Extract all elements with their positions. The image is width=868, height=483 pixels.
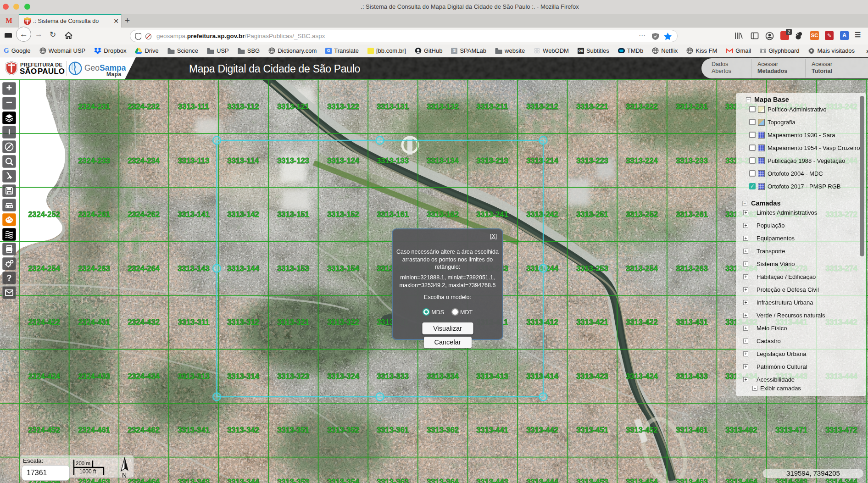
svg-text:2324-261: 2324-261 bbox=[78, 210, 110, 218]
svg-text:3313-314: 3313-314 bbox=[227, 372, 260, 380]
svg-text:3313-342: 3313-342 bbox=[227, 426, 259, 434]
svg-text:3313-144: 3313-144 bbox=[227, 264, 260, 272]
svg-text:2324-231: 2324-231 bbox=[78, 102, 110, 111]
svg-text:3313-254: 3313-254 bbox=[626, 264, 658, 272]
svg-text:3313-241: 3313-241 bbox=[476, 210, 508, 218]
svg-text:3313-162: 3313-162 bbox=[427, 210, 459, 218]
svg-text:2324-263: 2324-263 bbox=[78, 264, 110, 272]
svg-text:3313-153: 3313-153 bbox=[277, 264, 309, 272]
svg-text:2324-434: 2324-434 bbox=[128, 372, 160, 380]
svg-text:3313-252: 3313-252 bbox=[626, 210, 658, 218]
svg-text:2324-254: 2324-254 bbox=[28, 264, 61, 272]
svg-text:N: N bbox=[122, 472, 127, 479]
svg-text:3313-461: 3313-461 bbox=[676, 426, 708, 434]
svg-text:3313-112: 3313-112 bbox=[228, 102, 259, 111]
svg-text:3313-353: 3313-353 bbox=[277, 477, 309, 483]
svg-text:2324-232: 2324-232 bbox=[128, 102, 160, 111]
svg-text:3313-431: 3313-431 bbox=[676, 318, 708, 326]
svg-text:2324-432: 2324-432 bbox=[128, 318, 160, 326]
svg-text:3313-311: 3313-311 bbox=[178, 318, 210, 326]
svg-text:2324-462: 2324-462 bbox=[128, 426, 160, 434]
svg-text:3313-424: 3313-424 bbox=[626, 372, 658, 380]
svg-text:3313-352: 3313-352 bbox=[327, 426, 359, 434]
svg-text:3313-442: 3313-442 bbox=[526, 426, 558, 434]
svg-text:3313-322: 3313-322 bbox=[327, 318, 359, 326]
svg-text:3313-452: 3313-452 bbox=[626, 426, 658, 434]
svg-text:3313-224: 3313-224 bbox=[626, 156, 658, 165]
svg-text:3313-233: 3313-233 bbox=[676, 156, 708, 165]
svg-text:3313-414: 3313-414 bbox=[526, 372, 559, 380]
svg-text:3313-123: 3313-123 bbox=[277, 156, 309, 165]
svg-text:3313-122: 3313-122 bbox=[327, 102, 359, 111]
svg-text:3313-143: 3313-143 bbox=[178, 264, 210, 272]
svg-text:2324-233: 2324-233 bbox=[78, 156, 110, 165]
svg-text:3313-433: 3313-433 bbox=[676, 372, 708, 380]
svg-text:3313-124: 3313-124 bbox=[327, 156, 360, 165]
svg-text:3313-114: 3313-114 bbox=[228, 156, 260, 165]
svg-text:3313-161: 3313-161 bbox=[377, 210, 409, 218]
svg-text:3313-462: 3313-462 bbox=[725, 426, 757, 434]
svg-text:3313-131: 3313-131 bbox=[377, 102, 409, 111]
svg-text:3313-443: 3313-443 bbox=[476, 477, 508, 483]
svg-text:3313-334: 3313-334 bbox=[427, 372, 459, 380]
svg-text:3313-422: 3313-422 bbox=[626, 318, 658, 326]
svg-text:2324-264: 2324-264 bbox=[128, 264, 160, 272]
svg-text:3313-323: 3313-323 bbox=[277, 372, 309, 380]
svg-text:3313-213: 3313-213 bbox=[476, 156, 508, 165]
svg-text:3313-333: 3313-333 bbox=[377, 372, 409, 380]
svg-text:3313-351: 3313-351 bbox=[277, 426, 309, 434]
svg-text:2324-433: 2324-433 bbox=[78, 372, 110, 380]
svg-text:3313-472: 3313-472 bbox=[825, 426, 857, 434]
svg-text:3313-412: 3313-412 bbox=[526, 318, 558, 326]
svg-text:3313-354: 3313-354 bbox=[327, 477, 360, 483]
svg-text:3313-364: 3313-364 bbox=[427, 477, 459, 483]
svg-text:2324-424: 2324-424 bbox=[28, 372, 61, 380]
svg-text:2324-461: 2324-461 bbox=[78, 426, 110, 434]
svg-text:3313-121: 3313-121 bbox=[277, 102, 309, 111]
svg-text:3313-341: 3313-341 bbox=[178, 426, 210, 434]
svg-text:3313-362: 3313-362 bbox=[427, 426, 459, 434]
svg-text:200 m: 200 m bbox=[76, 461, 90, 466]
svg-text:3313-222: 3313-222 bbox=[626, 102, 658, 111]
svg-text:3313-463: 3313-463 bbox=[676, 477, 708, 483]
svg-text:3314-344: 3314-344 bbox=[825, 477, 858, 483]
svg-text:3313-152: 3313-152 bbox=[327, 210, 359, 218]
svg-text:1000 ft: 1000 ft bbox=[79, 468, 96, 475]
svg-text:2324-452: 2324-452 bbox=[28, 426, 60, 434]
svg-text:3313-242: 3313-242 bbox=[526, 210, 558, 218]
svg-text:3313-451: 3313-451 bbox=[576, 426, 608, 434]
svg-text:3313-251: 3313-251 bbox=[576, 210, 608, 218]
svg-text:3313-471: 3313-471 bbox=[775, 426, 807, 434]
svg-text:3313-113: 3313-113 bbox=[178, 156, 210, 165]
svg-text:3313-421: 3313-421 bbox=[576, 318, 608, 326]
svg-text:3313-134: 3313-134 bbox=[427, 156, 459, 165]
svg-text:2324-431: 2324-431 bbox=[78, 318, 110, 326]
svg-text:3313-313: 3313-313 bbox=[178, 372, 210, 380]
svg-text:3313-223: 3313-223 bbox=[576, 156, 608, 165]
svg-text:3313-324: 3313-324 bbox=[327, 372, 360, 380]
svg-text:3313-441: 3313-441 bbox=[476, 426, 508, 434]
svg-text:3313-361: 3313-361 bbox=[377, 426, 409, 434]
svg-text:3313-464: 3313-464 bbox=[725, 477, 758, 483]
svg-text:3313-363: 3313-363 bbox=[377, 477, 409, 483]
svg-text:3313-453: 3313-453 bbox=[576, 477, 608, 483]
svg-text:3313-263: 3313-263 bbox=[676, 264, 708, 272]
svg-text:2324-234: 2324-234 bbox=[128, 156, 160, 165]
svg-text:2324-262: 2324-262 bbox=[128, 210, 160, 218]
svg-text:3313-444: 3313-444 bbox=[526, 477, 559, 483]
svg-text:3313-132: 3313-132 bbox=[427, 102, 459, 111]
svg-text:3313-344: 3313-344 bbox=[227, 477, 260, 483]
svg-text:2324-422: 2324-422 bbox=[28, 318, 60, 326]
svg-text:3313-211: 3313-211 bbox=[477, 102, 508, 111]
svg-text:3313-321: 3313-321 bbox=[277, 318, 309, 326]
svg-text:3313-214: 3313-214 bbox=[526, 156, 559, 165]
svg-text:3313-142: 3313-142 bbox=[227, 210, 259, 218]
svg-text:3313-413: 3313-413 bbox=[476, 372, 508, 380]
svg-text:3313-151: 3313-151 bbox=[277, 210, 309, 218]
svg-text:3313-423: 3313-423 bbox=[576, 372, 608, 380]
svg-text:3313-212: 3313-212 bbox=[526, 102, 558, 111]
svg-text:3313-133: 3313-133 bbox=[377, 156, 409, 165]
svg-text:3313-253: 3313-253 bbox=[576, 264, 608, 272]
svg-text:3313-231: 3313-231 bbox=[676, 102, 708, 111]
svg-text:3313-312: 3313-312 bbox=[227, 318, 259, 326]
